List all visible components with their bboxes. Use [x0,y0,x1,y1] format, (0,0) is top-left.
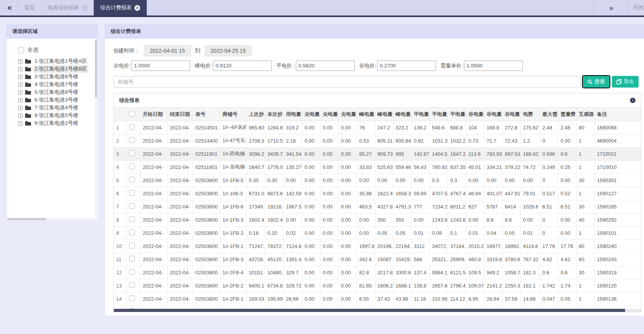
table-cell: 2.18 [283,134,302,147]
tree-item-label: 3:张江集电港6号楼 [33,73,79,81]
row-checkbox[interactable] [129,282,135,288]
select-all-rows-checkbox[interactable] [129,111,135,117]
table-cell: 2022-04- [167,187,193,200]
shop-number-input[interactable] [113,76,580,88]
table-cell: 0.00 [338,226,357,239]
row-checkbox[interactable] [129,124,135,130]
tab-首页[interactable]: 首页 [18,0,41,15]
column-header: 峰电量 [357,108,375,121]
tab-close-icon[interactable]: × [82,5,88,11]
row-checkbox[interactable] [129,164,135,169]
row-checkbox[interactable] [129,137,135,143]
table-cell: 02511801 [193,160,220,174]
collapse-tabs-icon[interactable]: « [0,0,18,15]
table-cell: 0.6 [558,266,576,279]
table-cell: 4327.8 [375,200,393,213]
panel-info-icon[interactable]: i [630,98,635,103]
table-row[interactable]: 22022-04-2022-04-025144001#-47号车库1708.31… [114,134,641,147]
tab-bar-right: » 关闭操作 [593,0,644,15]
table-cell: 02503800 [193,253,220,266]
expand-icon[interactable]: + [18,121,22,126]
date-from-picker[interactable]: 2022-04-01 15 [144,45,191,57]
tab-label: 综合计费报表 [100,4,132,11]
table-cell: 02503800 [193,174,220,187]
table-row[interactable]: 142022-04-2022-04-025038001#-2FB-1169.03… [114,292,641,305]
table-row[interactable]: 82022-04-2022-04-025038001#-1FB-31602.41… [114,213,641,226]
table-cell: 0.00 [302,266,320,279]
column-header: 峰电量 [393,108,411,121]
row-checkbox[interactable] [129,295,135,301]
row-checkbox[interactable] [129,216,135,222]
table-row[interactable]: 12022-04-2022-04-025145011#--BF风机965.601… [114,121,641,134]
export-button[interactable]: 导出 [612,76,639,88]
table-row[interactable]: 42022-04-2022-04-025118011#-东电梯1640.7177… [114,160,641,174]
scroll-tabs-right-icon[interactable]: » [594,3,628,12]
table-row[interactable]: 102022-04-2022-04-025038001#-1FB-171247.… [114,239,641,253]
price-input[interactable] [131,60,190,71]
table-row[interactable]: 32022-04-2022-04-025119011#-西电梯3098.2343… [114,147,641,160]
row-checkbox[interactable] [129,243,135,248]
table-cell: 0.30 [265,174,283,187]
header-checkbox-cell [126,108,140,121]
row-checkbox[interactable] [129,269,135,275]
tree-item[interactable]: +4:张江集电港7号楼 [18,81,98,88]
table-cell: 109.5 [466,266,484,279]
table-row[interactable]: 112022-04-2022-04-025038001#-2FB-343728.… [114,253,641,266]
row-checkbox[interactable] [129,229,135,235]
date-to-picker[interactable]: 2022-04-25 15 [204,45,252,57]
tree-item[interactable]: +6:张江集电港3号楼 [18,96,98,104]
sidebar-vertical-scrollbar[interactable] [95,40,97,219]
table-cell: 0.00 [320,121,338,134]
table-cell: 1776.0 [265,160,283,174]
tree-item[interactable]: +7:张江集电港4号楼 [18,104,98,112]
table-cell: 195.69 [265,292,283,305]
table-cell: 0.00 [338,187,357,200]
tree-item[interactable]: +3:张江集电港6号楼 [18,73,98,81]
tree-item[interactable]: +8:张江集电港5号楼 [18,112,98,119]
row-checkbox-cell [126,200,140,213]
table-row[interactable]: 72022-04-2022-04-025038001#-1FB-617349.1… [114,200,641,213]
table-cell: 0.00 [302,200,320,213]
table-row[interactable]: 62022-04-2022-04-025038001#-106-36731.06… [114,187,641,200]
table-cell: 1031.3 [429,134,448,147]
tree-item-label: 1:张江集电港1号楼A区 [33,57,88,65]
report-panel: 综合报表 i 开始日期结束日期表号商铺号上次抄本次抄用电量尖电量尖电量尖电量峰电… [113,93,641,312]
tree-item[interactable]: +5:张江集电港8号楼 [18,88,98,96]
price-input[interactable] [464,60,523,71]
row-checkbox[interactable] [129,150,135,156]
table-cell: 79.01 [520,187,540,200]
table-cell: 2022-04- [167,213,193,226]
sidebar-horizontal-scrollbar[interactable] [7,218,95,220]
price-input[interactable] [377,60,436,71]
tab-电表综合报表[interactable]: 电表综合报表× [41,0,94,15]
table-row[interactable]: 122022-04-2022-04-025038001#-2FB-410151.… [114,266,641,279]
price-input[interactable] [213,60,272,71]
price-input[interactable] [296,60,355,71]
table-cell: 30 [576,266,594,279]
row-checkbox[interactable] [129,177,135,182]
table-horizontal-scrollbar[interactable] [114,309,641,312]
row-index: 14 [114,292,126,305]
table-cell: 0.00 [302,292,320,305]
table-row[interactable]: 132022-04-2022-04-025038001#-2FB-26405.1… [114,279,641,292]
tree-item-label: 4:张江集电港7号楼 [33,81,79,88]
close-operations-menu[interactable]: 关闭操作 [628,4,644,11]
tree-item[interactable]: +9:张江集电港2号楼 [18,119,98,127]
tab-close-icon[interactable]: × [134,5,140,11]
search-button[interactable]: 搜索 [583,76,610,88]
table-cell: 1997.6 [357,239,375,253]
tree-item-label: 2:张江集电港1号楼B区 [33,65,88,73]
table-row[interactable]: 92022-04-2022-04-025038001#-1FB-20.180.2… [114,226,641,239]
select-all-checkbox[interactable] [18,47,24,53]
row-checkbox[interactable] [129,256,135,262]
table-cell: 323.2 [393,121,411,134]
table-cell: 15429. [393,253,411,266]
row-checkbox[interactable] [129,203,135,209]
row-checkbox[interactable] [129,190,135,196]
tree-item[interactable]: +2:张江集电港1号楼B区 [18,65,98,73]
table-row[interactable]: 52022-04-2022-04-025038001#-1FB-50.300.3… [114,174,641,187]
tab-综合计费报表[interactable]: 综合计费报表× [94,0,147,15]
tree-item[interactable]: +1:张江集电港1号楼A区 [18,57,98,65]
table-cell: 7234.2 [429,200,448,213]
folder-icon [25,74,31,79]
